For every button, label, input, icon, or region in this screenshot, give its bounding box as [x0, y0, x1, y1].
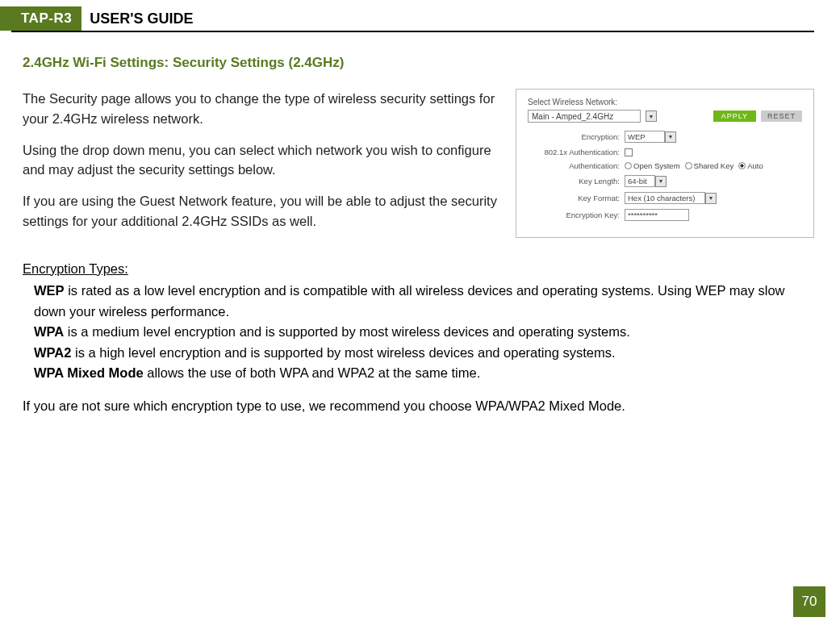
checkbox-8021x[interactable]: [625, 148, 633, 156]
label-encryption: Encryption:: [528, 132, 625, 141]
page-content: 2.4GHz Wi-Fi Settings: Security Settings…: [0, 32, 840, 414]
doc-header: TAP-R3 USER'S GUIDE: [0, 6, 840, 31]
paragraph-1: The Security page allows you to change t…: [23, 89, 499, 129]
intro-row: The Security page allows you to change t…: [23, 89, 814, 243]
header-accent: [0, 6, 11, 31]
label-enckey: Encryption Key:: [528, 211, 625, 219]
paragraph-2: Using the drop down menu, you can select…: [23, 140, 499, 181]
apply-button[interactable]: APPLY: [713, 111, 756, 122]
intro-text: The Security page allows you to change t…: [23, 89, 499, 243]
opt-shared: Shared Key: [694, 161, 734, 170]
enc-wpa2: WPA2 is a high level encryption and is s…: [34, 343, 814, 364]
fig-top-row: Main - Amped_2.4GHz ▼ APPLY RESET: [528, 110, 802, 123]
label-keyfmt: Key Format:: [528, 194, 625, 202]
header-badge: TAP-R3: [11, 6, 81, 31]
header-title: USER'S GUIDE: [81, 6, 193, 31]
opt-auto: Auto: [747, 161, 763, 170]
network-select-value: Main - Amped_2.4GHz: [532, 112, 613, 121]
enc-mixed: WPA Mixed Mode allows the use of both WP…: [34, 363, 814, 384]
network-select[interactable]: Main - Amped_2.4GHz: [528, 110, 641, 123]
enc-wep: WEP is rated as a low level encryption a…: [34, 281, 814, 322]
label-auth: Authentication:: [528, 161, 625, 170]
radio-open[interactable]: [625, 162, 632, 169]
keylen-select[interactable]: 64-bit: [625, 175, 655, 187]
dropdown-icon[interactable]: ▼: [705, 193, 717, 204]
page-number: 70: [793, 586, 825, 617]
paragraph-3: If you are using the Guest Network featu…: [23, 191, 499, 231]
row-enckey: Encryption Key: **********: [528, 209, 802, 221]
opt-open: Open System: [633, 161, 680, 170]
keyfmt-select[interactable]: Hex (10 characters): [625, 192, 705, 204]
row-keyfmt: Key Format: Hex (10 characters) ▼: [528, 192, 802, 204]
row-8021x: 802.1x Authentication:: [528, 148, 802, 156]
row-encryption: Encryption: WEP ▼: [528, 131, 802, 143]
dropdown-icon[interactable]: ▼: [655, 176, 667, 187]
encryption-types: Encryption Types: WEP is rated as a low …: [23, 259, 814, 384]
dropdown-icon[interactable]: ▼: [665, 131, 676, 143]
enc-wpa: WPA is a medium level encryption and is …: [34, 322, 814, 343]
row-auth: Authentication: Open System Shared Key A…: [528, 161, 802, 170]
settings-figure: Select Wireless Network: Main - Amped_2.…: [516, 89, 814, 238]
fig-select-label: Select Wireless Network:: [528, 98, 802, 106]
section-heading: 2.4GHz Wi-Fi Settings: Security Settings…: [23, 55, 814, 71]
label-keylen: Key Length:: [528, 177, 625, 186]
radio-shared[interactable]: [685, 162, 692, 169]
dropdown-icon[interactable]: ▼: [646, 111, 657, 122]
enckey-input[interactable]: **********: [625, 209, 689, 221]
encryption-select[interactable]: WEP: [625, 131, 665, 143]
encryption-heading: Encryption Types:: [23, 259, 814, 280]
recommendation-text: If you are not sure which encryption typ…: [23, 398, 814, 414]
radio-auto[interactable]: [738, 162, 746, 169]
label-8021x: 802.1x Authentication:: [528, 148, 625, 156]
row-keylen: Key Length: 64-bit ▼: [528, 175, 802, 187]
reset-button[interactable]: RESET: [761, 111, 802, 122]
